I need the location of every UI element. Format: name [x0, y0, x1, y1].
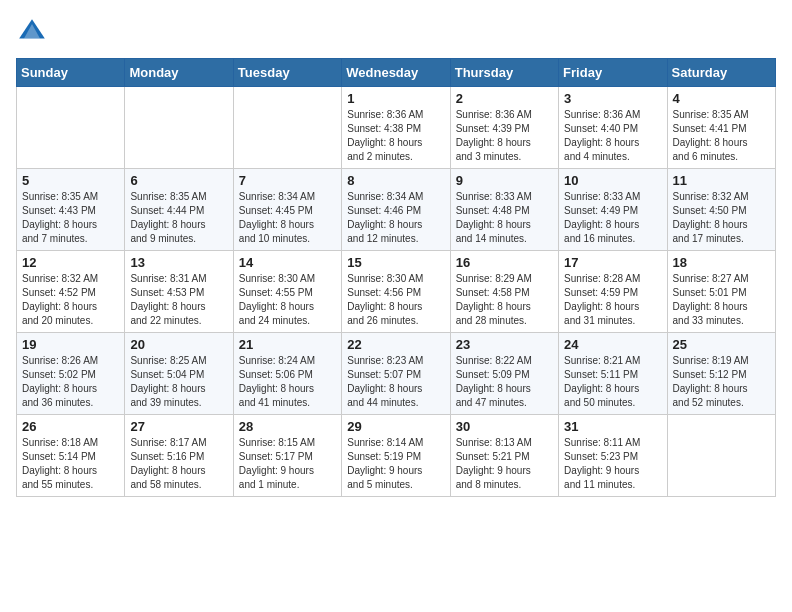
day-number: 25: [673, 337, 770, 352]
calendar-cell: 5Sunrise: 8:35 AMSunset: 4:43 PMDaylight…: [17, 169, 125, 251]
logo: [16, 16, 52, 48]
calendar-cell: 14Sunrise: 8:30 AMSunset: 4:55 PMDayligh…: [233, 251, 341, 333]
day-number: 31: [564, 419, 661, 434]
day-number: 27: [130, 419, 227, 434]
day-of-week-header: Sunday: [17, 59, 125, 87]
day-number: 14: [239, 255, 336, 270]
calendar-week-row: 26Sunrise: 8:18 AMSunset: 5:14 PMDayligh…: [17, 415, 776, 497]
day-info: Sunrise: 8:34 AMSunset: 4:46 PMDaylight:…: [347, 190, 444, 246]
day-info: Sunrise: 8:30 AMSunset: 4:56 PMDaylight:…: [347, 272, 444, 328]
day-number: 21: [239, 337, 336, 352]
calendar-cell: 7Sunrise: 8:34 AMSunset: 4:45 PMDaylight…: [233, 169, 341, 251]
day-info: Sunrise: 8:36 AMSunset: 4:40 PMDaylight:…: [564, 108, 661, 164]
day-info: Sunrise: 8:33 AMSunset: 4:49 PMDaylight:…: [564, 190, 661, 246]
day-of-week-header: Tuesday: [233, 59, 341, 87]
calendar-cell: [233, 87, 341, 169]
calendar-cell: 31Sunrise: 8:11 AMSunset: 5:23 PMDayligh…: [559, 415, 667, 497]
day-info: Sunrise: 8:21 AMSunset: 5:11 PMDaylight:…: [564, 354, 661, 410]
page-header: [16, 16, 776, 48]
calendar-cell: 19Sunrise: 8:26 AMSunset: 5:02 PMDayligh…: [17, 333, 125, 415]
day-info: Sunrise: 8:32 AMSunset: 4:52 PMDaylight:…: [22, 272, 119, 328]
calendar-week-row: 1Sunrise: 8:36 AMSunset: 4:38 PMDaylight…: [17, 87, 776, 169]
calendar-cell: 30Sunrise: 8:13 AMSunset: 5:21 PMDayligh…: [450, 415, 558, 497]
day-info: Sunrise: 8:28 AMSunset: 4:59 PMDaylight:…: [564, 272, 661, 328]
calendar-cell: 26Sunrise: 8:18 AMSunset: 5:14 PMDayligh…: [17, 415, 125, 497]
day-info: Sunrise: 8:18 AMSunset: 5:14 PMDaylight:…: [22, 436, 119, 492]
calendar-cell: 2Sunrise: 8:36 AMSunset: 4:39 PMDaylight…: [450, 87, 558, 169]
day-number: 6: [130, 173, 227, 188]
calendar-cell: [17, 87, 125, 169]
calendar-cell: [667, 415, 775, 497]
calendar-cell: 13Sunrise: 8:31 AMSunset: 4:53 PMDayligh…: [125, 251, 233, 333]
day-info: Sunrise: 8:25 AMSunset: 5:04 PMDaylight:…: [130, 354, 227, 410]
day-info: Sunrise: 8:17 AMSunset: 5:16 PMDaylight:…: [130, 436, 227, 492]
day-number: 26: [22, 419, 119, 434]
day-info: Sunrise: 8:14 AMSunset: 5:19 PMDaylight:…: [347, 436, 444, 492]
day-info: Sunrise: 8:35 AMSunset: 4:41 PMDaylight:…: [673, 108, 770, 164]
calendar-table: SundayMondayTuesdayWednesdayThursdayFrid…: [16, 58, 776, 497]
calendar-cell: 25Sunrise: 8:19 AMSunset: 5:12 PMDayligh…: [667, 333, 775, 415]
calendar-cell: 27Sunrise: 8:17 AMSunset: 5:16 PMDayligh…: [125, 415, 233, 497]
day-number: 30: [456, 419, 553, 434]
day-number: 17: [564, 255, 661, 270]
day-number: 29: [347, 419, 444, 434]
day-number: 4: [673, 91, 770, 106]
day-of-week-header: Monday: [125, 59, 233, 87]
calendar-cell: 11Sunrise: 8:32 AMSunset: 4:50 PMDayligh…: [667, 169, 775, 251]
day-info: Sunrise: 8:35 AMSunset: 4:44 PMDaylight:…: [130, 190, 227, 246]
day-info: Sunrise: 8:36 AMSunset: 4:39 PMDaylight:…: [456, 108, 553, 164]
calendar-cell: 29Sunrise: 8:14 AMSunset: 5:19 PMDayligh…: [342, 415, 450, 497]
calendar-week-row: 12Sunrise: 8:32 AMSunset: 4:52 PMDayligh…: [17, 251, 776, 333]
day-info: Sunrise: 8:22 AMSunset: 5:09 PMDaylight:…: [456, 354, 553, 410]
calendar-cell: 17Sunrise: 8:28 AMSunset: 4:59 PMDayligh…: [559, 251, 667, 333]
day-info: Sunrise: 8:30 AMSunset: 4:55 PMDaylight:…: [239, 272, 336, 328]
day-info: Sunrise: 8:35 AMSunset: 4:43 PMDaylight:…: [22, 190, 119, 246]
day-of-week-header: Wednesday: [342, 59, 450, 87]
calendar-week-row: 19Sunrise: 8:26 AMSunset: 5:02 PMDayligh…: [17, 333, 776, 415]
day-info: Sunrise: 8:32 AMSunset: 4:50 PMDaylight:…: [673, 190, 770, 246]
day-of-week-header: Saturday: [667, 59, 775, 87]
calendar-cell: 18Sunrise: 8:27 AMSunset: 5:01 PMDayligh…: [667, 251, 775, 333]
day-number: 11: [673, 173, 770, 188]
day-info: Sunrise: 8:29 AMSunset: 4:58 PMDaylight:…: [456, 272, 553, 328]
day-info: Sunrise: 8:23 AMSunset: 5:07 PMDaylight:…: [347, 354, 444, 410]
calendar-cell: 20Sunrise: 8:25 AMSunset: 5:04 PMDayligh…: [125, 333, 233, 415]
day-info: Sunrise: 8:33 AMSunset: 4:48 PMDaylight:…: [456, 190, 553, 246]
day-of-week-header: Thursday: [450, 59, 558, 87]
day-info: Sunrise: 8:24 AMSunset: 5:06 PMDaylight:…: [239, 354, 336, 410]
day-number: 13: [130, 255, 227, 270]
day-info: Sunrise: 8:26 AMSunset: 5:02 PMDaylight:…: [22, 354, 119, 410]
day-info: Sunrise: 8:34 AMSunset: 4:45 PMDaylight:…: [239, 190, 336, 246]
day-number: 18: [673, 255, 770, 270]
calendar-week-row: 5Sunrise: 8:35 AMSunset: 4:43 PMDaylight…: [17, 169, 776, 251]
day-number: 1: [347, 91, 444, 106]
day-number: 8: [347, 173, 444, 188]
calendar-cell: 6Sunrise: 8:35 AMSunset: 4:44 PMDaylight…: [125, 169, 233, 251]
day-number: 12: [22, 255, 119, 270]
calendar-cell: 10Sunrise: 8:33 AMSunset: 4:49 PMDayligh…: [559, 169, 667, 251]
calendar-cell: 23Sunrise: 8:22 AMSunset: 5:09 PMDayligh…: [450, 333, 558, 415]
day-number: 23: [456, 337, 553, 352]
day-number: 20: [130, 337, 227, 352]
calendar-cell: 21Sunrise: 8:24 AMSunset: 5:06 PMDayligh…: [233, 333, 341, 415]
day-number: 22: [347, 337, 444, 352]
day-number: 7: [239, 173, 336, 188]
calendar-cell: 16Sunrise: 8:29 AMSunset: 4:58 PMDayligh…: [450, 251, 558, 333]
day-info: Sunrise: 8:15 AMSunset: 5:17 PMDaylight:…: [239, 436, 336, 492]
calendar-cell: 15Sunrise: 8:30 AMSunset: 4:56 PMDayligh…: [342, 251, 450, 333]
day-number: 2: [456, 91, 553, 106]
day-number: 15: [347, 255, 444, 270]
calendar-cell: 24Sunrise: 8:21 AMSunset: 5:11 PMDayligh…: [559, 333, 667, 415]
day-number: 16: [456, 255, 553, 270]
day-number: 19: [22, 337, 119, 352]
calendar-cell: 1Sunrise: 8:36 AMSunset: 4:38 PMDaylight…: [342, 87, 450, 169]
day-info: Sunrise: 8:36 AMSunset: 4:38 PMDaylight:…: [347, 108, 444, 164]
calendar-cell: 9Sunrise: 8:33 AMSunset: 4:48 PMDaylight…: [450, 169, 558, 251]
calendar-cell: [125, 87, 233, 169]
day-info: Sunrise: 8:27 AMSunset: 5:01 PMDaylight:…: [673, 272, 770, 328]
calendar-cell: 3Sunrise: 8:36 AMSunset: 4:40 PMDaylight…: [559, 87, 667, 169]
day-number: 5: [22, 173, 119, 188]
calendar-cell: 4Sunrise: 8:35 AMSunset: 4:41 PMDaylight…: [667, 87, 775, 169]
calendar-cell: 8Sunrise: 8:34 AMSunset: 4:46 PMDaylight…: [342, 169, 450, 251]
day-info: Sunrise: 8:19 AMSunset: 5:12 PMDaylight:…: [673, 354, 770, 410]
